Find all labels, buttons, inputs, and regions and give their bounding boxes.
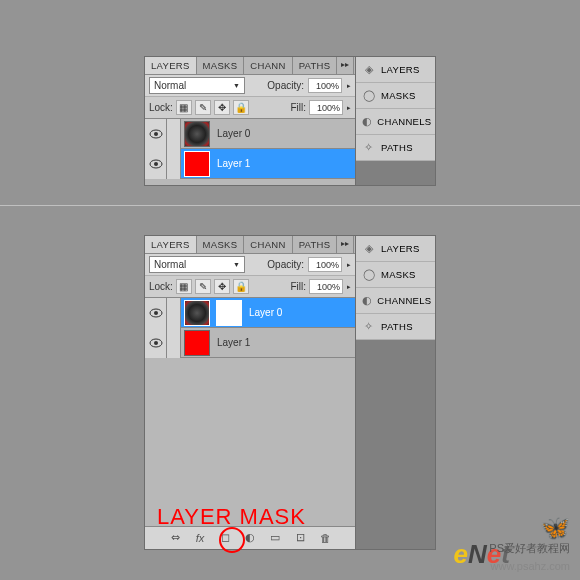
- tab-layers[interactable]: LAYERS: [145, 236, 197, 253]
- svg-point-5: [154, 311, 158, 315]
- layer-thumbnail[interactable]: [184, 121, 210, 147]
- side-channels[interactable]: ◐CHANNELS: [356, 288, 435, 314]
- fill-input[interactable]: 100%: [309, 279, 343, 294]
- lock-position-icon[interactable]: ✥: [214, 279, 230, 294]
- fill-input[interactable]: 100%: [309, 100, 343, 115]
- side-channels[interactable]: ◐CHANNELS: [356, 109, 435, 135]
- visibility-eye-icon[interactable]: [145, 298, 167, 328]
- layer-thumbnail[interactable]: [184, 151, 210, 177]
- watermark-text: PS爱好者教程网: [489, 541, 570, 556]
- panel-tabs: LAYERS MASKS CHANN PATHS ▸▸ ▾≡: [145, 236, 355, 254]
- lock-pixels-icon[interactable]: ✎: [195, 100, 211, 115]
- layer-name[interactable]: Layer 0: [217, 128, 250, 139]
- layer-row[interactable]: Layer 0: [145, 119, 355, 149]
- masks-icon: ◯: [362, 89, 376, 103]
- side-masks[interactable]: ◯MASKS: [356, 262, 435, 288]
- layer-row[interactable]: Layer 1: [145, 328, 355, 358]
- visibility-eye-icon[interactable]: [145, 149, 167, 179]
- visibility-eye-icon[interactable]: [145, 328, 167, 358]
- butterfly-icon: 🦋: [540, 514, 570, 542]
- channels-icon: ◐: [362, 294, 372, 308]
- lock-label: Lock:: [149, 102, 173, 113]
- layer-mask-thumbnail[interactable]: [216, 300, 242, 326]
- tab-layers[interactable]: LAYERS: [145, 57, 197, 74]
- link-column: [167, 149, 181, 179]
- tab-channels[interactable]: CHANN: [244, 236, 292, 253]
- new-group-icon[interactable]: ▭: [268, 531, 283, 545]
- lock-pixels-icon[interactable]: ✎: [195, 279, 211, 294]
- layers-icon: ◈: [362, 63, 376, 77]
- link-layers-icon[interactable]: ⇔: [168, 531, 183, 545]
- svg-point-3: [154, 162, 158, 166]
- collapse-icon[interactable]: ▸▸: [337, 57, 353, 74]
- opacity-label: Opacity:: [267, 259, 304, 270]
- paths-icon: ✧: [362, 320, 376, 334]
- panel-tabs: LAYERS MASKS CHANN PATHS ▸▸ ▾≡: [145, 57, 355, 75]
- layer-row[interactable]: Layer 0: [145, 298, 355, 328]
- layer-style-icon[interactable]: fx: [193, 531, 208, 545]
- masks-icon: ◯: [362, 268, 376, 282]
- lock-transparency-icon[interactable]: ▦: [176, 100, 192, 115]
- opacity-input[interactable]: 100%: [308, 257, 342, 272]
- layers-panel-2: LAYERS MASKS CHANN PATHS ▸▸ ▾≡ Normal▼ O…: [144, 235, 356, 550]
- lock-position-icon[interactable]: ✥: [214, 100, 230, 115]
- tab-channels[interactable]: CHANN: [244, 57, 292, 74]
- side-masks[interactable]: ◯MASKS: [356, 83, 435, 109]
- layer-row[interactable]: Layer 1: [145, 149, 355, 179]
- opacity-label: Opacity:: [267, 80, 304, 91]
- layer-name[interactable]: Layer 1: [217, 158, 250, 169]
- annotation-circle: [219, 527, 245, 553]
- side-layers[interactable]: ◈LAYERS: [356, 57, 435, 83]
- blend-mode-dropdown[interactable]: Normal▼: [149, 77, 245, 94]
- side-paths[interactable]: ✧PATHS: [356, 314, 435, 340]
- watermark-url: www.psahz.com: [491, 560, 570, 572]
- side-layers[interactable]: ◈LAYERS: [356, 236, 435, 262]
- opacity-input[interactable]: 100%: [308, 78, 342, 93]
- link-column: [167, 328, 181, 358]
- layer-name[interactable]: Layer 1: [217, 337, 250, 348]
- layer-thumbnail[interactable]: [184, 330, 210, 356]
- fill-label: Fill:: [290, 102, 306, 113]
- lock-all-icon[interactable]: 🔒: [233, 279, 249, 294]
- new-layer-icon[interactable]: ⊡: [293, 531, 308, 545]
- blend-mode-value: Normal: [154, 80, 186, 91]
- lock-transparency-icon[interactable]: ▦: [176, 279, 192, 294]
- fill-label: Fill:: [290, 281, 306, 292]
- blend-mode-dropdown[interactable]: Normal▼: [149, 256, 245, 273]
- layers-icon: ◈: [362, 242, 376, 256]
- tab-masks[interactable]: MASKS: [197, 236, 245, 253]
- link-column: [167, 298, 181, 328]
- layer-thumbnail[interactable]: [184, 300, 210, 326]
- side-paths[interactable]: ✧PATHS: [356, 135, 435, 161]
- lock-label: Lock:: [149, 281, 173, 292]
- visibility-eye-icon[interactable]: [145, 119, 167, 149]
- tab-paths[interactable]: PATHS: [293, 236, 338, 253]
- svg-point-7: [154, 341, 158, 345]
- side-panel: ◈LAYERS ◯MASKS ◐CHANNELS ✧PATHS: [356, 235, 436, 550]
- side-panel: ◈LAYERS ◯MASKS ◐CHANNELS ✧PATHS: [356, 56, 436, 186]
- link-column: [167, 119, 181, 149]
- blend-mode-value: Normal: [154, 259, 186, 270]
- paths-icon: ✧: [362, 141, 376, 155]
- layer-name[interactable]: Layer 0: [249, 307, 282, 318]
- collapse-icon[interactable]: ▸▸: [337, 236, 353, 253]
- svg-point-1: [154, 132, 158, 136]
- lock-all-icon[interactable]: 🔒: [233, 100, 249, 115]
- layers-panel-1: LAYERS MASKS CHANN PATHS ▸▸ ▾≡ Normal▼ O…: [144, 56, 356, 186]
- tab-masks[interactable]: MASKS: [197, 57, 245, 74]
- channels-icon: ◐: [362, 115, 372, 129]
- tab-paths[interactable]: PATHS: [293, 57, 338, 74]
- delete-layer-icon[interactable]: 🗑: [318, 531, 333, 545]
